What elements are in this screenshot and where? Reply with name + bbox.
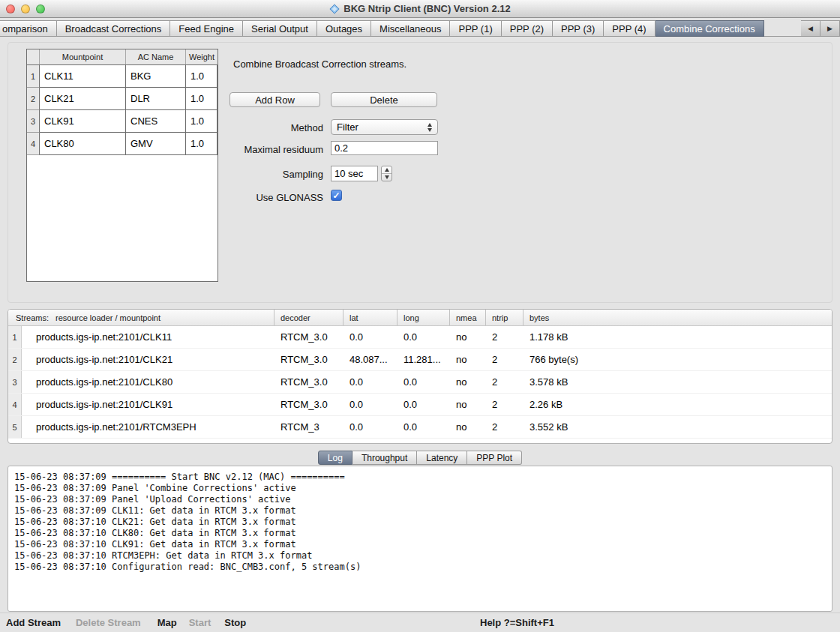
log-line: 15-06-23 08:37:09 ========== Start BNC v…: [14, 472, 832, 483]
tab-feed-engine[interactable]: Feed Engine: [170, 20, 243, 37]
streams-header-lat: lat: [344, 310, 398, 325]
stepper-up-icon[interactable]: [382, 166, 392, 174]
streams-header-ntrip: ntrip: [486, 310, 524, 325]
app-icon: [329, 4, 340, 14]
combo-updown-icon: [424, 121, 435, 133]
cell-mountpoint: products.igs-ip.net:2101/CLK91: [22, 394, 274, 415]
tab-ppp-3[interactable]: PPP (3): [553, 20, 604, 37]
cell-decoder: RTCM_3.0: [274, 371, 344, 393]
cell-ntrip: 2: [486, 416, 524, 438]
combine-table-row: 2 CLK21 DLR 1.0: [27, 88, 218, 110]
row-number: 3: [8, 371, 22, 393]
cell-ac-name[interactable]: DLR: [126, 88, 186, 110]
streams-header-bytes: bytes: [524, 310, 832, 325]
stream-row[interactable]: 3 products.igs-ip.net:2101/CLK80 RTCM_3.…: [8, 371, 832, 394]
panel-description: Combine Broadcast Correction streams.: [233, 58, 406, 70]
tab-broadcast-corrections[interactable]: Broadcast Corrections: [57, 20, 171, 37]
maximal-residuum-label: Maximal residuum: [152, 144, 323, 155]
row-number: 4: [8, 394, 22, 415]
cell-lat: 48.087...: [344, 349, 398, 370]
sampling-input[interactable]: [331, 166, 378, 181]
tab-ppp-plot[interactable]: PPP Plot: [467, 451, 522, 465]
cell-decoder: RTCM_3.0: [274, 326, 344, 348]
map-button[interactable]: Map: [158, 617, 177, 628]
cell-lat: 0.0: [344, 416, 398, 438]
cell-ntrip: 2: [486, 326, 524, 348]
tab-throughput[interactable]: Throughput: [352, 451, 417, 465]
method-label: Method: [152, 122, 323, 133]
cell-nmea: no: [450, 416, 486, 438]
method-select[interactable]: Filter: [331, 119, 438, 135]
log-line: 15-06-23 08:37:09 Panel 'Upload Correcti…: [14, 494, 832, 505]
delete-row-button[interactable]: Delete: [331, 92, 437, 107]
stream-row[interactable]: 4 products.igs-ip.net:2101/CLK91 RTCM_3.…: [8, 394, 832, 416]
cell-mountpoint[interactable]: CLK11: [40, 65, 126, 88]
stop-button[interactable]: Stop: [224, 617, 246, 628]
tab-comparison[interactable]: omparison: [0, 20, 57, 37]
combine-header-ac-name: AC Name: [126, 49, 186, 64]
tab-combine-corrections[interactable]: Combine Corrections: [656, 20, 764, 37]
combine-table-header: Mountpoint AC Name Weight: [27, 49, 218, 65]
cell-weight[interactable]: 1.0: [186, 88, 218, 110]
streams-header-mountpoint: Streams: resource loader / mountpoint: [8, 310, 274, 325]
tab-outages[interactable]: Outages: [317, 20, 371, 37]
tab-ppp-2[interactable]: PPP (2): [502, 20, 553, 37]
stream-row[interactable]: 2 products.igs-ip.net:2101/CLK21 RTCM_3.…: [8, 349, 832, 371]
row-number: 1: [8, 326, 22, 348]
cell-nmea: no: [450, 349, 486, 370]
tab-ppp-4[interactable]: PPP (4): [604, 20, 655, 37]
cell-long: 11.281...: [398, 349, 450, 370]
main-tab-bar: omparison Broadcast Corrections Feed Eng…: [0, 20, 840, 37]
log-output[interactable]: 15-06-23 08:37:09 ========== Start BNC v…: [8, 466, 832, 612]
stream-row[interactable]: 5 products.igs-ip.net:2101/RTCM3EPH RTCM…: [8, 416, 832, 439]
tabbar-spacer: [764, 20, 801, 37]
log-line: 15-06-23 08:37:10 RTCM3EPH: Get data in …: [14, 550, 832, 562]
help-shortcut-label: Help ?=Shift+F1: [480, 617, 554, 628]
tab-log[interactable]: Log: [318, 451, 352, 465]
row-number: 1: [27, 65, 40, 88]
cell-ntrip: 2: [486, 394, 524, 415]
cell-ac-name[interactable]: BKG: [126, 65, 186, 88]
bottom-toolbar: Add Stream Delete Stream Map Start Stop …: [0, 613, 840, 632]
combine-table-row: 1 CLK11 BKG 1.0: [27, 65, 218, 88]
row-number: 2: [8, 349, 22, 370]
use-glonass-checkbox[interactable]: [331, 190, 342, 201]
combine-header-rownum: [27, 49, 40, 64]
tab-scroll-right-icon[interactable]: ▶: [820, 20, 840, 37]
add-row-button[interactable]: Add Row: [230, 92, 320, 107]
stepper-down-icon[interactable]: [382, 174, 392, 181]
use-glonass-label: Use GLONASS: [152, 192, 323, 203]
row-number: 4: [27, 133, 40, 155]
log-line: 15-06-23 08:37:09 CLK11: Get data in RTC…: [14, 505, 832, 517]
cell-mountpoint[interactable]: CLK21: [40, 88, 126, 110]
tab-serial-output[interactable]: Serial Output: [243, 20, 317, 37]
maximal-residuum-input[interactable]: [331, 141, 438, 155]
cell-mountpoint[interactable]: CLK91: [40, 110, 126, 133]
cell-mountpoint: products.igs-ip.net:2101/CLK11: [22, 326, 274, 348]
streams-table: Streams: resource loader / mountpoint de…: [8, 309, 832, 444]
zoom-button[interactable]: [36, 4, 45, 13]
tab-latency[interactable]: Latency: [417, 451, 467, 465]
row-number: 5: [8, 416, 22, 438]
tab-miscellaneous[interactable]: Miscellaneous: [371, 20, 450, 37]
stream-row[interactable]: 1 products.igs-ip.net:2101/CLK11 RTCM_3.…: [8, 326, 832, 349]
bottom-tab-bar: Log Throughput Latency PPP Plot: [0, 451, 840, 465]
log-line: 15-06-23 08:37:09 Panel 'Combine Correct…: [14, 483, 832, 494]
delete-stream-button[interactable]: Delete Stream: [76, 617, 141, 628]
streams-header-subtitle: resource loader / mountpoint: [56, 313, 160, 322]
minimize-button[interactable]: [21, 4, 30, 13]
cell-mountpoint: products.igs-ip.net:2101/CLK80: [22, 371, 274, 393]
cell-nmea: no: [450, 394, 486, 415]
cell-weight[interactable]: 1.0: [186, 65, 218, 88]
start-button[interactable]: Start: [189, 617, 212, 628]
cell-mountpoint[interactable]: CLK80: [40, 133, 126, 155]
close-button[interactable]: [6, 4, 15, 13]
window-title: BKG Ntrip Client (BNC) Version 2.12: [344, 3, 510, 14]
tab-scroll-left-icon[interactable]: ◀: [801, 20, 820, 37]
add-stream-button[interactable]: Add Stream: [6, 617, 61, 628]
tab-ppp-1[interactable]: PPP (1): [450, 20, 501, 37]
sampling-stepper[interactable]: [381, 166, 392, 181]
cell-bytes: 2.26 kB: [524, 394, 832, 415]
tab-scroll-buttons: ◀ ▶: [801, 20, 840, 37]
combine-corrections-panel: Mountpoint AC Name Weight 1 CLK11 BKG 1.…: [8, 42, 832, 303]
